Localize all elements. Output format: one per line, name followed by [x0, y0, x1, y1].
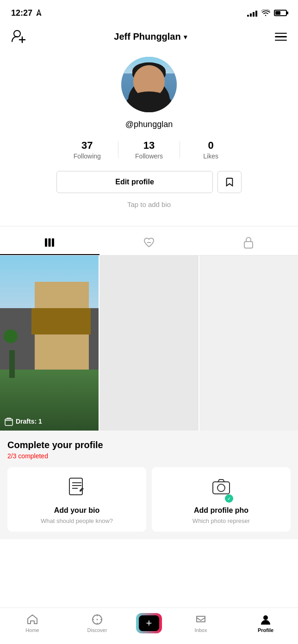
add-button[interactable]: + — [137, 614, 161, 632]
nav-inbox-label: Inbox — [195, 627, 207, 633]
svg-rect-13 — [69, 478, 82, 495]
status-bar: 12:27 — [0, 0, 298, 23]
hamburger-icon — [275, 33, 287, 41]
following-stat[interactable]: 37 Following — [56, 138, 118, 162]
camera-icon — [211, 476, 231, 497]
svg-rect-8 — [5, 419, 12, 425]
stats-row: 37 Following 13 Followers 0 Likes — [56, 138, 242, 162]
likes-count: 0 — [208, 140, 214, 152]
svg-point-18 — [217, 484, 225, 492]
nav-inbox[interactable]: Inbox — [168, 612, 233, 635]
add-user-button[interactable] — [9, 27, 28, 47]
tabs-row — [0, 230, 298, 255]
svg-point-25 — [263, 615, 268, 620]
header-username: Jeff Phungglan — [114, 31, 180, 42]
lock-icon — [243, 237, 254, 249]
add-photo-title: Add profile pho — [194, 506, 248, 515]
likes-label: Likes — [203, 152, 218, 160]
followers-count: 13 — [143, 140, 155, 152]
status-time: 12:27 — [11, 8, 43, 18]
nav-discover[interactable]: Discover — [65, 612, 130, 635]
add-user-icon — [11, 29, 26, 43]
trash-icon — [5, 417, 13, 426]
section-divider — [0, 226, 298, 226]
plus-icon: + — [146, 618, 152, 628]
nav-home-label: Home — [25, 627, 39, 633]
tab-videos[interactable] — [0, 230, 99, 255]
username-title[interactable]: Jeff Phungglan ▾ — [114, 31, 186, 42]
grid-icon — [44, 237, 55, 248]
heart-broken-icon — [143, 237, 155, 248]
grid-item-draft[interactable]: Drafts: 1 — [0, 255, 99, 431]
header: Jeff Phungglan ▾ — [0, 23, 298, 52]
nav-home[interactable]: Home — [0, 612, 65, 635]
grid-item-2[interactable] — [99, 255, 198, 431]
nav-profile-label: Profile — [258, 627, 273, 633]
complete-profile-section: Complete your profile 2/3 completed Add … — [0, 431, 298, 539]
draft-label: Drafts: 1 — [16, 418, 42, 425]
bookmark-icon — [224, 177, 235, 187]
content-grid: Drafts: 1 — [0, 255, 298, 431]
add-photo-subtitle: Which photo represer — [192, 517, 250, 524]
inbox-icon — [195, 614, 207, 626]
nav-profile[interactable]: Profile — [233, 612, 298, 635]
bottom-nav: Home Discover + Inbox Profile — [0, 608, 298, 644]
svg-rect-3 — [45, 238, 47, 247]
battery-icon — [274, 10, 287, 16]
status-icons — [247, 9, 287, 17]
following-label: Following — [74, 152, 101, 160]
complete-profile-title: Complete your profile — [7, 440, 291, 450]
complete-cards: Add your bio What should people know? ✓ … — [7, 467, 291, 532]
menu-button[interactable] — [273, 31, 289, 43]
profile-section: @phungglan 37 Following 13 Followers 0 L… — [0, 52, 298, 222]
add-photo-card[interactable]: ✓ Add profile pho Which photo represer — [152, 467, 291, 532]
add-bio-subtitle: What should people know? — [41, 517, 113, 524]
edit-profile-button[interactable]: Edit profile — [56, 171, 213, 193]
check-badge: ✓ — [225, 494, 233, 503]
nav-add[interactable]: + — [130, 612, 168, 634]
profile-icon — [260, 614, 272, 626]
discover-icon — [91, 614, 103, 626]
avatar[interactable] — [121, 57, 177, 112]
bio-placeholder[interactable]: Tap to add bio — [127, 200, 171, 208]
followers-stat[interactable]: 13 Followers — [118, 138, 180, 162]
svg-rect-5 — [52, 238, 54, 247]
home-icon — [26, 614, 38, 626]
likes-stat[interactable]: 0 Likes — [180, 138, 242, 162]
svg-point-0 — [14, 30, 20, 37]
following-count: 37 — [81, 140, 93, 152]
tab-liked[interactable] — [99, 230, 199, 255]
svg-rect-4 — [49, 238, 51, 247]
complete-progress: 2/3 completed — [7, 452, 291, 460]
tab-private[interactable] — [199, 230, 298, 255]
camera-card-icon: ✓ — [211, 476, 231, 501]
followers-label: Followers — [135, 152, 163, 160]
bookmark-button[interactable] — [217, 171, 242, 193]
grid-item-3[interactable] — [199, 255, 298, 431]
bio-card-icon — [67, 476, 87, 501]
svg-rect-7 — [244, 242, 253, 248]
nav-discover-label: Discover — [87, 627, 107, 633]
add-bio-title: Add your bio — [54, 506, 100, 515]
signal-bars-icon — [247, 9, 257, 17]
chevron-down-icon: ▾ — [184, 33, 187, 41]
navigation-icon — [35, 9, 43, 17]
add-bio-card[interactable]: Add your bio What should people know? — [7, 467, 146, 532]
action-buttons: Edit profile — [56, 171, 242, 193]
document-edit-icon — [67, 476, 87, 497]
profile-handle: @phungglan — [125, 120, 173, 129]
wifi-icon — [261, 9, 270, 17]
svg-rect-17 — [213, 482, 230, 494]
svg-point-20 — [97, 619, 98, 620]
